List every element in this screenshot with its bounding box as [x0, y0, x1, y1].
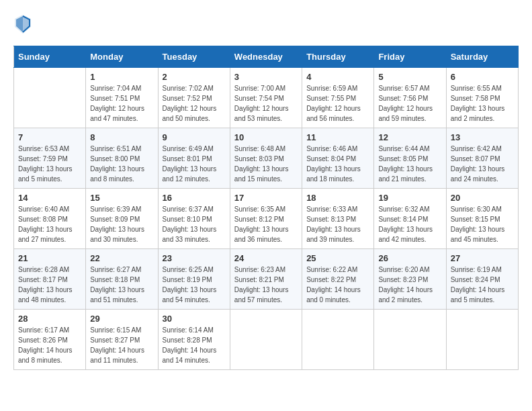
day-number: 14 [18, 193, 81, 203]
day-info: Sunrise: 6:25 AMSunset: 8:19 PMDaylight:… [163, 265, 226, 305]
calendar-cell: 27Sunrise: 6:19 AMSunset: 8:24 PMDayligh… [446, 249, 518, 310]
day-number: 21 [18, 253, 81, 263]
calendar-cell [14, 68, 86, 128]
calendar-cell: 2Sunrise: 7:02 AMSunset: 7:52 PMDaylight… [158, 68, 230, 128]
day-number: 1 [90, 72, 153, 82]
calendar-cell: 10Sunrise: 6:48 AMSunset: 8:03 PMDayligh… [230, 128, 302, 189]
day-info: Sunrise: 6:49 AMSunset: 8:01 PMDaylight:… [163, 144, 226, 184]
day-number: 25 [306, 253, 369, 263]
calendar-week-row: 7Sunrise: 6:53 AMSunset: 7:59 PMDaylight… [14, 128, 519, 189]
col-thursday: Thursday [302, 46, 374, 68]
day-info: Sunrise: 6:48 AMSunset: 8:03 PMDaylight:… [234, 144, 298, 184]
calendar-cell: 18Sunrise: 6:33 AMSunset: 8:13 PMDayligh… [302, 189, 374, 249]
calendar-cell: 17Sunrise: 6:35 AMSunset: 8:12 PMDayligh… [230, 189, 302, 249]
day-number: 9 [163, 132, 226, 142]
day-info: Sunrise: 6:35 AMSunset: 8:12 PMDaylight:… [234, 204, 298, 244]
day-number: 16 [163, 193, 226, 203]
calendar-cell: 23Sunrise: 6:25 AMSunset: 8:19 PMDayligh… [158, 249, 230, 310]
calendar-cell [302, 310, 374, 370]
day-number: 30 [163, 314, 226, 324]
calendar-cell: 7Sunrise: 6:53 AMSunset: 7:59 PMDaylight… [14, 128, 86, 189]
day-number: 6 [451, 72, 514, 82]
day-number: 11 [306, 132, 369, 142]
calendar-body: 1Sunrise: 7:04 AMSunset: 7:51 PMDaylight… [14, 68, 519, 370]
col-monday: Monday [86, 46, 158, 68]
day-number: 26 [378, 253, 441, 263]
day-number: 20 [451, 193, 514, 203]
day-number: 12 [378, 132, 441, 142]
calendar-cell: 15Sunrise: 6:39 AMSunset: 8:09 PMDayligh… [86, 189, 158, 249]
day-info: Sunrise: 6:46 AMSunset: 8:04 PMDaylight:… [306, 144, 369, 184]
day-info: Sunrise: 7:00 AMSunset: 7:54 PMDaylight:… [234, 83, 298, 124]
calendar-cell: 16Sunrise: 6:37 AMSunset: 8:10 PMDayligh… [158, 189, 230, 249]
day-info: Sunrise: 6:19 AMSunset: 8:24 PMDaylight:… [451, 265, 514, 305]
day-info: Sunrise: 6:42 AMSunset: 8:07 PMDaylight:… [451, 144, 514, 184]
day-info: Sunrise: 6:23 AMSunset: 8:21 PMDaylight:… [234, 265, 298, 305]
calendar-cell: 12Sunrise: 6:44 AMSunset: 8:05 PMDayligh… [374, 128, 446, 189]
day-number: 10 [234, 132, 298, 142]
calendar-cell: 8Sunrise: 6:51 AMSunset: 8:00 PMDaylight… [86, 128, 158, 189]
calendar-cell: 3Sunrise: 7:00 AMSunset: 7:54 PMDaylight… [230, 68, 302, 128]
day-info: Sunrise: 6:30 AMSunset: 8:15 PMDaylight:… [451, 204, 514, 244]
day-info: Sunrise: 6:57 AMSunset: 7:56 PMDaylight:… [378, 83, 441, 124]
col-saturday: Saturday [446, 46, 518, 68]
day-number: 4 [306, 72, 369, 82]
calendar-cell: 9Sunrise: 6:49 AMSunset: 8:01 PMDaylight… [158, 128, 230, 189]
logo [13, 13, 35, 35]
day-number: 29 [90, 314, 153, 324]
calendar-cell: 30Sunrise: 6:14 AMSunset: 8:28 PMDayligh… [158, 310, 230, 370]
calendar-cell: 5Sunrise: 6:57 AMSunset: 7:56 PMDaylight… [374, 68, 446, 128]
day-info: Sunrise: 6:53 AMSunset: 7:59 PMDaylight:… [18, 144, 81, 184]
day-number: 17 [234, 193, 298, 203]
day-number: 22 [90, 253, 153, 263]
logo-icon [13, 13, 32, 35]
calendar-cell: 4Sunrise: 6:59 AMSunset: 7:55 PMDaylight… [302, 68, 374, 128]
calendar-table: Sunday Monday Tuesday Wednesday Thursday… [13, 46, 519, 370]
day-number: 5 [378, 72, 441, 82]
calendar-cell: 13Sunrise: 6:42 AMSunset: 8:07 PMDayligh… [446, 128, 518, 189]
day-info: Sunrise: 6:59 AMSunset: 7:55 PMDaylight:… [306, 83, 369, 124]
day-number: 18 [306, 193, 369, 203]
calendar-header: Sunday Monday Tuesday Wednesday Thursday… [14, 46, 519, 68]
page-header [13, 13, 519, 35]
day-number: 24 [234, 253, 298, 263]
calendar-cell: 22Sunrise: 6:27 AMSunset: 8:18 PMDayligh… [86, 249, 158, 310]
day-info: Sunrise: 6:15 AMSunset: 8:27 PMDaylight:… [90, 325, 153, 365]
calendar-week-row: 1Sunrise: 7:04 AMSunset: 7:51 PMDaylight… [14, 68, 519, 128]
day-info: Sunrise: 6:51 AMSunset: 8:00 PMDaylight:… [90, 144, 153, 184]
calendar-week-row: 28Sunrise: 6:17 AMSunset: 8:26 PMDayligh… [14, 310, 519, 370]
day-number: 7 [18, 132, 81, 142]
calendar-cell [374, 310, 446, 370]
calendar-cell: 21Sunrise: 6:28 AMSunset: 8:17 PMDayligh… [14, 249, 86, 310]
calendar-cell: 19Sunrise: 6:32 AMSunset: 8:14 PMDayligh… [374, 189, 446, 249]
calendar-cell: 1Sunrise: 7:04 AMSunset: 7:51 PMDaylight… [86, 68, 158, 128]
calendar-cell: 6Sunrise: 6:55 AMSunset: 7:58 PMDaylight… [446, 68, 518, 128]
calendar-week-row: 21Sunrise: 6:28 AMSunset: 8:17 PMDayligh… [14, 249, 519, 310]
calendar-cell [230, 310, 302, 370]
day-info: Sunrise: 6:22 AMSunset: 8:22 PMDaylight:… [306, 265, 369, 305]
day-number: 15 [90, 193, 153, 203]
day-number: 19 [378, 193, 441, 203]
day-info: Sunrise: 7:02 AMSunset: 7:52 PMDaylight:… [163, 83, 226, 124]
col-wednesday: Wednesday [230, 46, 302, 68]
calendar-week-row: 14Sunrise: 6:40 AMSunset: 8:08 PMDayligh… [14, 189, 519, 249]
calendar-cell: 25Sunrise: 6:22 AMSunset: 8:22 PMDayligh… [302, 249, 374, 310]
day-info: Sunrise: 6:40 AMSunset: 8:08 PMDaylight:… [18, 204, 81, 244]
day-info: Sunrise: 6:32 AMSunset: 8:14 PMDaylight:… [378, 204, 441, 244]
calendar-cell: 14Sunrise: 6:40 AMSunset: 8:08 PMDayligh… [14, 189, 86, 249]
day-number: 23 [163, 253, 226, 263]
day-info: Sunrise: 6:14 AMSunset: 8:28 PMDaylight:… [163, 325, 226, 365]
day-info: Sunrise: 6:28 AMSunset: 8:17 PMDaylight:… [18, 265, 81, 305]
col-friday: Friday [374, 46, 446, 68]
day-info: Sunrise: 6:33 AMSunset: 8:13 PMDaylight:… [306, 204, 369, 244]
calendar-cell: 28Sunrise: 6:17 AMSunset: 8:26 PMDayligh… [14, 310, 86, 370]
header-row: Sunday Monday Tuesday Wednesday Thursday… [14, 46, 519, 68]
day-number: 8 [90, 132, 153, 142]
day-info: Sunrise: 6:17 AMSunset: 8:26 PMDaylight:… [18, 325, 81, 365]
col-tuesday: Tuesday [158, 46, 230, 68]
day-number: 3 [234, 72, 298, 82]
day-info: Sunrise: 6:44 AMSunset: 8:05 PMDaylight:… [378, 144, 441, 184]
day-info: Sunrise: 6:55 AMSunset: 7:58 PMDaylight:… [451, 83, 514, 124]
day-info: Sunrise: 6:27 AMSunset: 8:18 PMDaylight:… [90, 265, 153, 305]
day-number: 27 [451, 253, 514, 263]
